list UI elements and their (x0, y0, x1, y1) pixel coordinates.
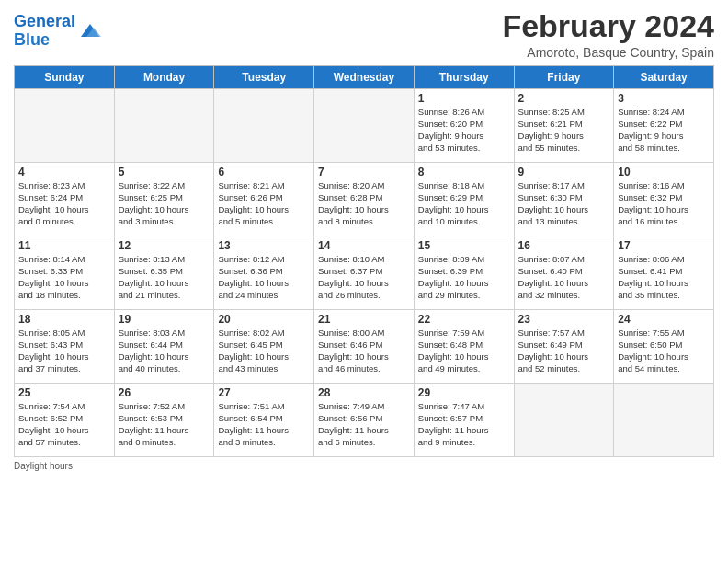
day-number: 9 (518, 166, 610, 178)
calendar-cell: 2Sunrise: 8:25 AM Sunset: 6:21 PM Daylig… (514, 89, 614, 163)
day-info: Sunrise: 7:49 AM Sunset: 6:56 PM Dayligh… (318, 401, 410, 448)
calendar-cell: 20Sunrise: 8:02 AM Sunset: 6:45 PM Dayli… (214, 310, 314, 384)
col-header-wednesday: Wednesday (314, 66, 415, 89)
logo-icon (77, 20, 103, 40)
day-info: Sunrise: 7:47 AM Sunset: 6:57 PM Dayligh… (418, 401, 510, 448)
day-number: 15 (418, 239, 510, 252)
day-info: Sunrise: 8:13 AM Sunset: 6:35 PM Dayligh… (119, 254, 210, 301)
day-info: Sunrise: 7:52 AM Sunset: 6:53 PM Dayligh… (119, 401, 210, 448)
day-number: 28 (318, 386, 410, 399)
calendar-cell: 22Sunrise: 7:59 AM Sunset: 6:48 PM Dayli… (414, 310, 514, 384)
day-number: 14 (318, 239, 410, 252)
calendar-cell (614, 384, 714, 457)
day-info: Sunrise: 7:54 AM Sunset: 6:52 PM Dayligh… (18, 401, 110, 448)
col-header-friday: Friday (514, 66, 614, 89)
calendar-cell (214, 89, 314, 163)
calendar-cell: 16Sunrise: 8:07 AM Sunset: 6:40 PM Dayli… (514, 236, 614, 310)
calendar-cell: 17Sunrise: 8:06 AM Sunset: 6:41 PM Dayli… (614, 236, 714, 310)
calendar-cell: 10Sunrise: 8:16 AM Sunset: 6:32 PM Dayli… (614, 163, 714, 236)
logo-general: General (14, 12, 75, 30)
day-number: 19 (119, 313, 210, 326)
day-number: 24 (618, 313, 710, 326)
day-info: Sunrise: 8:09 AM Sunset: 6:39 PM Dayligh… (418, 254, 510, 301)
day-info: Sunrise: 8:00 AM Sunset: 6:46 PM Dayligh… (318, 327, 410, 374)
calendar-cell: 18Sunrise: 8:05 AM Sunset: 6:43 PM Dayli… (15, 310, 115, 384)
col-header-tuesday: Tuesday (214, 66, 314, 89)
page: General Blue February 2024 Amoroto, Basq… (0, 0, 728, 480)
day-number: 11 (18, 239, 110, 252)
calendar-week-5: 25Sunrise: 7:54 AM Sunset: 6:52 PM Dayli… (15, 384, 714, 457)
calendar-cell (114, 89, 214, 163)
calendar-cell (514, 384, 614, 457)
col-header-saturday: Saturday (614, 66, 714, 89)
day-number: 6 (218, 166, 310, 178)
day-number: 22 (418, 313, 510, 326)
header-row: General Blue February 2024 Amoroto, Basq… (14, 9, 714, 60)
calendar-body: 1Sunrise: 8:26 AM Sunset: 6:20 PM Daylig… (15, 89, 714, 457)
calendar-cell: 27Sunrise: 7:51 AM Sunset: 6:54 PM Dayli… (214, 384, 314, 457)
calendar-cell: 21Sunrise: 8:00 AM Sunset: 6:46 PM Dayli… (314, 310, 415, 384)
day-info: Sunrise: 8:05 AM Sunset: 6:43 PM Dayligh… (18, 327, 110, 374)
logo-text: General Blue (14, 13, 75, 50)
day-info: Sunrise: 8:17 AM Sunset: 6:30 PM Dayligh… (518, 180, 610, 227)
calendar-cell: 6Sunrise: 8:21 AM Sunset: 6:26 PM Daylig… (214, 163, 314, 236)
day-info: Sunrise: 8:25 AM Sunset: 6:21 PM Dayligh… (518, 107, 610, 154)
calendar-cell: 7Sunrise: 8:20 AM Sunset: 6:28 PM Daylig… (314, 163, 415, 236)
main-title: February 2024 (502, 9, 714, 43)
day-number: 10 (618, 166, 710, 178)
calendar-cell: 19Sunrise: 8:03 AM Sunset: 6:44 PM Dayli… (114, 310, 214, 384)
day-number: 23 (518, 313, 610, 326)
day-number: 26 (119, 386, 210, 399)
calendar-cell: 3Sunrise: 8:24 AM Sunset: 6:22 PM Daylig… (614, 89, 714, 163)
day-info: Sunrise: 7:59 AM Sunset: 6:48 PM Dayligh… (418, 327, 510, 374)
calendar-cell: 5Sunrise: 8:22 AM Sunset: 6:25 PM Daylig… (114, 163, 214, 236)
day-number: 21 (318, 313, 410, 326)
day-number: 4 (18, 166, 110, 178)
calendar-cell (314, 89, 415, 163)
day-info: Sunrise: 8:20 AM Sunset: 6:28 PM Dayligh… (318, 180, 410, 227)
calendar-week-3: 11Sunrise: 8:14 AM Sunset: 6:33 PM Dayli… (15, 236, 714, 310)
day-info: Sunrise: 8:12 AM Sunset: 6:36 PM Dayligh… (218, 254, 310, 301)
day-number: 8 (418, 166, 510, 178)
calendar-header-row: SundayMondayTuesdayWednesdayThursdayFrid… (15, 66, 714, 89)
calendar-week-2: 4Sunrise: 8:23 AM Sunset: 6:24 PM Daylig… (15, 163, 714, 236)
day-number: 13 (218, 239, 310, 252)
title-block: February 2024 Amoroto, Basque Country, S… (502, 9, 714, 60)
calendar-cell: 12Sunrise: 8:13 AM Sunset: 6:35 PM Dayli… (114, 236, 214, 310)
day-info: Sunrise: 8:14 AM Sunset: 6:33 PM Dayligh… (18, 254, 110, 301)
calendar-table: SundayMondayTuesdayWednesdayThursdayFrid… (14, 65, 714, 457)
calendar-cell: 14Sunrise: 8:10 AM Sunset: 6:37 PM Dayli… (314, 236, 415, 310)
footer-note: Daylight hours (14, 461, 714, 471)
day-number: 17 (618, 239, 710, 252)
day-number: 3 (618, 92, 710, 105)
day-info: Sunrise: 8:26 AM Sunset: 6:20 PM Dayligh… (418, 107, 510, 154)
col-header-monday: Monday (114, 66, 214, 89)
day-number: 12 (119, 239, 210, 252)
calendar-cell: 11Sunrise: 8:14 AM Sunset: 6:33 PM Dayli… (15, 236, 115, 310)
calendar-cell: 4Sunrise: 8:23 AM Sunset: 6:24 PM Daylig… (15, 163, 115, 236)
col-header-thursday: Thursday (414, 66, 514, 89)
calendar-week-4: 18Sunrise: 8:05 AM Sunset: 6:43 PM Dayli… (15, 310, 714, 384)
calendar-cell: 25Sunrise: 7:54 AM Sunset: 6:52 PM Dayli… (15, 384, 115, 457)
day-info: Sunrise: 8:06 AM Sunset: 6:41 PM Dayligh… (618, 254, 710, 301)
day-number: 27 (218, 386, 310, 399)
calendar-cell: 9Sunrise: 8:17 AM Sunset: 6:30 PM Daylig… (514, 163, 614, 236)
calendar-cell: 29Sunrise: 7:47 AM Sunset: 6:57 PM Dayli… (414, 384, 514, 457)
day-info: Sunrise: 7:51 AM Sunset: 6:54 PM Dayligh… (218, 401, 310, 448)
calendar-cell: 13Sunrise: 8:12 AM Sunset: 6:36 PM Dayli… (214, 236, 314, 310)
col-header-sunday: Sunday (15, 66, 115, 89)
day-number: 2 (518, 92, 610, 105)
day-info: Sunrise: 8:16 AM Sunset: 6:32 PM Dayligh… (618, 180, 710, 227)
day-number: 16 (518, 239, 610, 252)
day-number: 7 (318, 166, 410, 178)
calendar-cell: 26Sunrise: 7:52 AM Sunset: 6:53 PM Dayli… (114, 384, 214, 457)
calendar-cell: 28Sunrise: 7:49 AM Sunset: 6:56 PM Dayli… (314, 384, 415, 457)
day-number: 20 (218, 313, 310, 326)
day-info: Sunrise: 8:22 AM Sunset: 6:25 PM Dayligh… (119, 180, 210, 227)
calendar-week-1: 1Sunrise: 8:26 AM Sunset: 6:20 PM Daylig… (15, 89, 714, 163)
logo: General Blue (14, 13, 103, 50)
day-info: Sunrise: 8:21 AM Sunset: 6:26 PM Dayligh… (218, 180, 310, 227)
day-number: 29 (418, 386, 510, 399)
day-info: Sunrise: 8:24 AM Sunset: 6:22 PM Dayligh… (618, 107, 710, 154)
calendar-cell: 24Sunrise: 7:55 AM Sunset: 6:50 PM Dayli… (614, 310, 714, 384)
